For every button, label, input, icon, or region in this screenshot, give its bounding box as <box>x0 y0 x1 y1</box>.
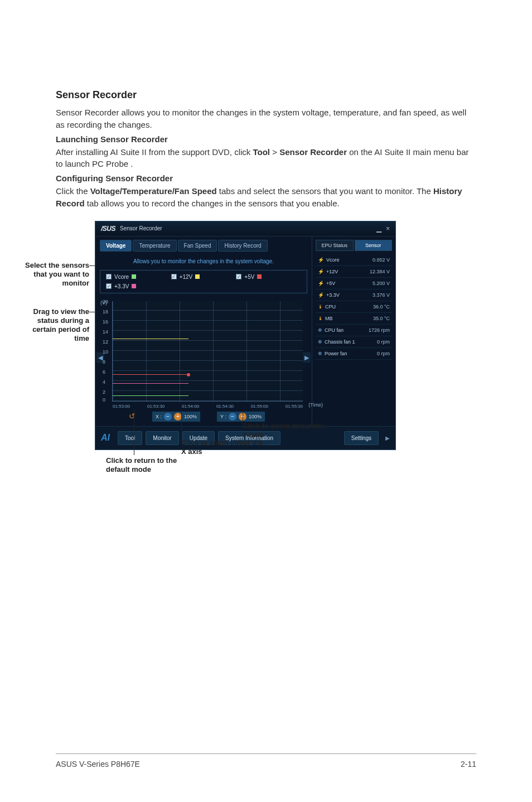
launch-heading: Launching Sensor Recorder <box>56 134 476 144</box>
chart-grid <box>113 301 303 401</box>
checkbox-icon[interactable]: ✓ <box>106 274 112 279</box>
sensor-value: 35.0 °C <box>373 316 390 321</box>
callout-select-sensors: Select the sensors that you want to moni… <box>22 261 89 288</box>
swatch-icon <box>132 284 136 288</box>
right-tabs: EPU Status Sensor <box>316 240 392 251</box>
config-tabs-bold: Voltage/Temperature/Fan Speed <box>90 186 217 196</box>
y-tick: 14 <box>103 329 108 335</box>
fan-icon: ✲ <box>318 351 322 356</box>
thermometer-icon: 🌡 <box>318 304 323 310</box>
connector-line <box>134 410 134 455</box>
y-tick: 6 <box>103 369 105 375</box>
tab-voltage[interactable]: Voltage <box>100 240 132 252</box>
x-tick: 01:53:30 <box>147 404 165 409</box>
sensor-row-power-fan: ✲Power fan0 rpm <box>316 348 392 360</box>
x-tick: 01:55:00 <box>251 404 268 409</box>
connector-line <box>181 410 182 441</box>
y-tick: 18 <box>103 309 108 315</box>
swatch-icon <box>132 274 136 279</box>
x-tick: 01:54:30 <box>216 404 234 409</box>
swatch-icon <box>257 274 262 279</box>
config-pre: Click the <box>56 186 90 196</box>
sensor-value: 0.952 V <box>373 257 390 263</box>
chart-nav-right-icon[interactable]: ▶ <box>303 352 311 363</box>
legend-3v3[interactable]: ✓ +3.3V <box>106 283 171 289</box>
expand-right-icon[interactable]: ▶ <box>385 435 390 441</box>
legend-box: ✓ Vcore ✓ +12V ✓ +5V ✓ <box>100 270 307 293</box>
y-tick: 12 <box>103 339 108 345</box>
sensor-name: +3.3V <box>326 292 340 298</box>
main-tabs: Voltage Temperature Fan Speed History Re… <box>100 240 307 252</box>
y-tick: 16 <box>103 319 108 325</box>
checkbox-icon[interactable]: ✓ <box>106 283 112 289</box>
legend-label: +12V <box>180 274 193 280</box>
tab-fan-speed[interactable]: Fan Speed <box>178 240 217 252</box>
sensor-value: 3.376 V <box>373 292 390 298</box>
launch-pre: After installing AI Suite II from the su… <box>56 147 234 157</box>
callout-reset: Click to return to the default mode <box>106 456 178 475</box>
legend-vcore[interactable]: ✓ Vcore <box>106 274 171 280</box>
config-heading: Configuring Sensor Recorder <box>56 173 476 183</box>
sensor-row-12v: ⚡+12V12.384 V <box>316 266 392 278</box>
sensor-name: Chassis fan 1 <box>325 339 355 345</box>
intro-text: Sensor Recorder allows you to monitor th… <box>56 107 476 131</box>
sensor-row-5v: ⚡+5V5.200 V <box>316 278 392 289</box>
sensor-name: CPU <box>325 304 336 310</box>
sensor-name: MB <box>325 316 333 321</box>
tab-temperature[interactable]: Temperature <box>133 240 176 252</box>
y-tick: 20 <box>103 299 108 305</box>
sensor-value: 5.200 V <box>373 281 390 286</box>
bottom-tool-button[interactable]: Tool <box>118 431 142 445</box>
footer-left: ASUS V-Series P8H67E <box>56 760 140 769</box>
zoom-y-pct: 100% <box>249 414 262 419</box>
left-panel: Voltage Temperature Fan Speed History Re… <box>95 236 312 426</box>
footer-right: 2-11 <box>461 760 476 769</box>
voltage-chart[interactable]: (V) (Time) 20 18 16 14 12 10 8 6 4 2 <box>112 301 303 402</box>
section-title: Sensor Recorder <box>56 89 476 101</box>
zoom-y-group: Y : − + 100% <box>217 412 265 422</box>
zoom-y-out-icon[interactable]: − <box>229 413 236 421</box>
reset-zoom-icon[interactable]: ↺ <box>129 412 136 422</box>
legend-label: +3.3V <box>114 283 129 289</box>
y-tick: 4 <box>103 379 105 385</box>
legend-5v[interactable]: ✓ +5V <box>236 274 301 280</box>
bottom-monitor-button[interactable]: Monitor <box>146 431 178 445</box>
close-icon[interactable]: × <box>386 225 390 233</box>
y-tick: 8 <box>103 359 105 365</box>
zoom-x-in-icon[interactable]: + <box>174 413 182 421</box>
x-axis-label: (Time) <box>308 402 323 408</box>
legend-12v[interactable]: ✓ +12V <box>171 274 236 280</box>
x-tick: 01:54:00 <box>182 404 199 409</box>
asus-logo: /SUS <box>101 225 115 233</box>
config-mid: tabs and select the sensors that you wan… <box>217 186 433 196</box>
x-tick: 01:55:30 <box>286 404 303 409</box>
config-text: Click the Voltage/Temperature/Fan Speed … <box>56 185 476 210</box>
legend-label: +5V <box>244 274 254 280</box>
checkbox-icon[interactable]: ✓ <box>236 274 241 279</box>
bottom-settings-button[interactable]: Settings <box>344 431 379 445</box>
callout-drag-view: Drag to view the status during a certain… <box>22 307 89 344</box>
tab-sensor[interactable]: Sensor <box>355 240 393 251</box>
ai-logo-icon: AI <box>101 433 110 443</box>
callout-zoom-x: Click to zoom in/out the X axis <box>181 438 265 457</box>
sensor-name: Power fan <box>325 351 347 356</box>
tab-epu-status[interactable]: EPU Status <box>316 240 354 251</box>
y-tick: 2 <box>103 389 105 395</box>
legend-label: Vcore <box>114 274 129 280</box>
series-3v3 <box>113 383 188 384</box>
sensor-value: 0 rpm <box>377 351 390 356</box>
sensor-value: 0 rpm <box>377 339 390 345</box>
titlebar: /SUS Sensor Recorder ▁ × <box>95 221 395 236</box>
sensor-value: 36.0 °C <box>373 304 390 310</box>
fan-icon: ✲ <box>318 327 322 333</box>
callout-zoom-y: Click to zoom in/out the Y axis <box>243 422 326 440</box>
minimize-icon[interactable]: ▁ <box>376 225 381 233</box>
zoom-x-label: X : <box>156 414 162 419</box>
zoom-x-out-icon[interactable]: − <box>164 413 172 421</box>
checkbox-icon[interactable]: ✓ <box>171 274 177 279</box>
sensor-name: +12V <box>326 269 338 274</box>
y-tick: 0 <box>103 397 105 403</box>
sensor-row-vcore: ⚡Vcore0.952 V <box>316 254 392 266</box>
bolt-icon: ⚡ <box>318 269 324 274</box>
tab-history-record[interactable]: History Record <box>218 240 267 252</box>
